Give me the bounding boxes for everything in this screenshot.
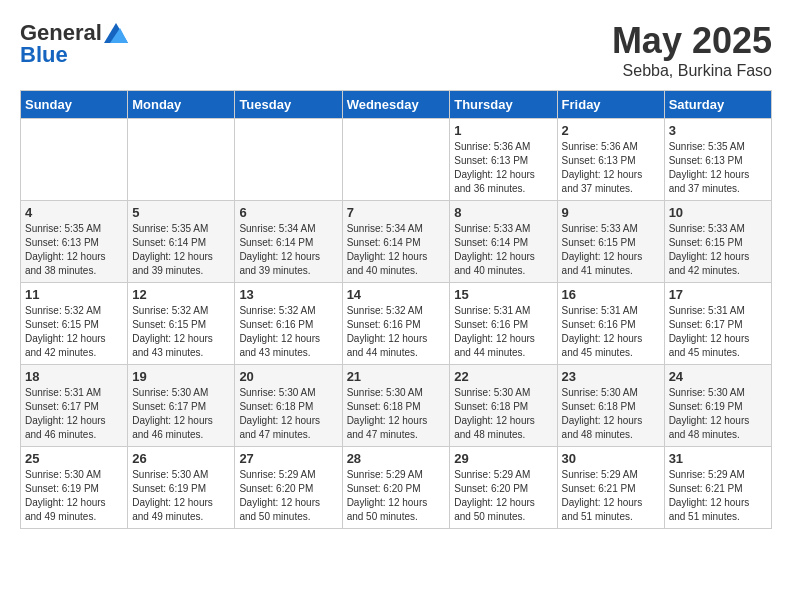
day-number: 10 — [669, 205, 767, 220]
calendar-cell: 3Sunrise: 5:35 AMSunset: 6:13 PMDaylight… — [664, 119, 771, 201]
calendar-header-row: SundayMondayTuesdayWednesdayThursdayFrid… — [21, 91, 772, 119]
day-info: Sunrise: 5:29 AMSunset: 6:21 PMDaylight:… — [669, 468, 767, 524]
calendar-cell: 31Sunrise: 5:29 AMSunset: 6:21 PMDayligh… — [664, 447, 771, 529]
day-info: Sunrise: 5:30 AMSunset: 6:19 PMDaylight:… — [132, 468, 230, 524]
weekday-header-sunday: Sunday — [21, 91, 128, 119]
calendar-cell: 8Sunrise: 5:33 AMSunset: 6:14 PMDaylight… — [450, 201, 557, 283]
calendar-cell: 4Sunrise: 5:35 AMSunset: 6:13 PMDaylight… — [21, 201, 128, 283]
day-number: 15 — [454, 287, 552, 302]
day-number: 14 — [347, 287, 446, 302]
day-info: Sunrise: 5:32 AMSunset: 6:16 PMDaylight:… — [239, 304, 337, 360]
day-number: 22 — [454, 369, 552, 384]
day-number: 21 — [347, 369, 446, 384]
calendar-cell: 16Sunrise: 5:31 AMSunset: 6:16 PMDayligh… — [557, 283, 664, 365]
day-number: 18 — [25, 369, 123, 384]
day-number: 23 — [562, 369, 660, 384]
calendar-week-row: 25Sunrise: 5:30 AMSunset: 6:19 PMDayligh… — [21, 447, 772, 529]
day-number: 26 — [132, 451, 230, 466]
day-number: 4 — [25, 205, 123, 220]
day-info: Sunrise: 5:30 AMSunset: 6:18 PMDaylight:… — [562, 386, 660, 442]
day-info: Sunrise: 5:31 AMSunset: 6:16 PMDaylight:… — [562, 304, 660, 360]
day-number: 25 — [25, 451, 123, 466]
day-info: Sunrise: 5:32 AMSunset: 6:16 PMDaylight:… — [347, 304, 446, 360]
day-info: Sunrise: 5:30 AMSunset: 6:18 PMDaylight:… — [239, 386, 337, 442]
day-info: Sunrise: 5:36 AMSunset: 6:13 PMDaylight:… — [454, 140, 552, 196]
day-info: Sunrise: 5:30 AMSunset: 6:18 PMDaylight:… — [347, 386, 446, 442]
day-number: 12 — [132, 287, 230, 302]
calendar-cell: 10Sunrise: 5:33 AMSunset: 6:15 PMDayligh… — [664, 201, 771, 283]
calendar-cell: 2Sunrise: 5:36 AMSunset: 6:13 PMDaylight… — [557, 119, 664, 201]
day-info: Sunrise: 5:29 AMSunset: 6:20 PMDaylight:… — [239, 468, 337, 524]
day-info: Sunrise: 5:34 AMSunset: 6:14 PMDaylight:… — [347, 222, 446, 278]
calendar-cell: 24Sunrise: 5:30 AMSunset: 6:19 PMDayligh… — [664, 365, 771, 447]
calendar-cell: 5Sunrise: 5:35 AMSunset: 6:14 PMDaylight… — [128, 201, 235, 283]
calendar-cell: 29Sunrise: 5:29 AMSunset: 6:20 PMDayligh… — [450, 447, 557, 529]
calendar-cell: 25Sunrise: 5:30 AMSunset: 6:19 PMDayligh… — [21, 447, 128, 529]
day-info: Sunrise: 5:29 AMSunset: 6:20 PMDaylight:… — [347, 468, 446, 524]
day-number: 17 — [669, 287, 767, 302]
calendar-cell: 23Sunrise: 5:30 AMSunset: 6:18 PMDayligh… — [557, 365, 664, 447]
day-number: 16 — [562, 287, 660, 302]
day-info: Sunrise: 5:31 AMSunset: 6:17 PMDaylight:… — [25, 386, 123, 442]
day-number: 8 — [454, 205, 552, 220]
calendar-week-row: 18Sunrise: 5:31 AMSunset: 6:17 PMDayligh… — [21, 365, 772, 447]
day-number: 31 — [669, 451, 767, 466]
weekday-header-monday: Monday — [128, 91, 235, 119]
title-block: May 2025 Sebba, Burkina Faso — [612, 20, 772, 80]
day-info: Sunrise: 5:34 AMSunset: 6:14 PMDaylight:… — [239, 222, 337, 278]
day-number: 2 — [562, 123, 660, 138]
calendar-cell: 26Sunrise: 5:30 AMSunset: 6:19 PMDayligh… — [128, 447, 235, 529]
calendar-cell: 14Sunrise: 5:32 AMSunset: 6:16 PMDayligh… — [342, 283, 450, 365]
logo-icon — [104, 23, 128, 43]
calendar-table: SundayMondayTuesdayWednesdayThursdayFrid… — [20, 90, 772, 529]
logo-blue-text: Blue — [20, 42, 68, 68]
calendar-cell: 22Sunrise: 5:30 AMSunset: 6:18 PMDayligh… — [450, 365, 557, 447]
day-number: 1 — [454, 123, 552, 138]
day-number: 20 — [239, 369, 337, 384]
day-number: 11 — [25, 287, 123, 302]
calendar-cell: 7Sunrise: 5:34 AMSunset: 6:14 PMDaylight… — [342, 201, 450, 283]
day-number: 9 — [562, 205, 660, 220]
weekday-header-tuesday: Tuesday — [235, 91, 342, 119]
page-title: May 2025 — [612, 20, 772, 62]
day-info: Sunrise: 5:32 AMSunset: 6:15 PMDaylight:… — [25, 304, 123, 360]
day-number: 28 — [347, 451, 446, 466]
day-info: Sunrise: 5:29 AMSunset: 6:20 PMDaylight:… — [454, 468, 552, 524]
day-number: 5 — [132, 205, 230, 220]
calendar-cell: 21Sunrise: 5:30 AMSunset: 6:18 PMDayligh… — [342, 365, 450, 447]
calendar-cell: 19Sunrise: 5:30 AMSunset: 6:17 PMDayligh… — [128, 365, 235, 447]
logo: General Blue — [20, 20, 128, 68]
day-info: Sunrise: 5:36 AMSunset: 6:13 PMDaylight:… — [562, 140, 660, 196]
day-info: Sunrise: 5:31 AMSunset: 6:17 PMDaylight:… — [669, 304, 767, 360]
day-info: Sunrise: 5:30 AMSunset: 6:18 PMDaylight:… — [454, 386, 552, 442]
day-info: Sunrise: 5:32 AMSunset: 6:15 PMDaylight:… — [132, 304, 230, 360]
calendar-cell: 6Sunrise: 5:34 AMSunset: 6:14 PMDaylight… — [235, 201, 342, 283]
day-number: 29 — [454, 451, 552, 466]
day-number: 13 — [239, 287, 337, 302]
day-number: 27 — [239, 451, 337, 466]
day-info: Sunrise: 5:35 AMSunset: 6:14 PMDaylight:… — [132, 222, 230, 278]
day-info: Sunrise: 5:35 AMSunset: 6:13 PMDaylight:… — [669, 140, 767, 196]
weekday-header-thursday: Thursday — [450, 91, 557, 119]
weekday-header-saturday: Saturday — [664, 91, 771, 119]
day-number: 19 — [132, 369, 230, 384]
calendar-week-row: 11Sunrise: 5:32 AMSunset: 6:15 PMDayligh… — [21, 283, 772, 365]
calendar-cell: 13Sunrise: 5:32 AMSunset: 6:16 PMDayligh… — [235, 283, 342, 365]
calendar-cell: 9Sunrise: 5:33 AMSunset: 6:15 PMDaylight… — [557, 201, 664, 283]
day-info: Sunrise: 5:30 AMSunset: 6:19 PMDaylight:… — [669, 386, 767, 442]
calendar-cell — [128, 119, 235, 201]
calendar-cell: 27Sunrise: 5:29 AMSunset: 6:20 PMDayligh… — [235, 447, 342, 529]
weekday-header-friday: Friday — [557, 91, 664, 119]
calendar-cell: 12Sunrise: 5:32 AMSunset: 6:15 PMDayligh… — [128, 283, 235, 365]
calendar-cell — [235, 119, 342, 201]
page-header: General Blue May 2025 Sebba, Burkina Fas… — [20, 20, 772, 80]
day-info: Sunrise: 5:33 AMSunset: 6:15 PMDaylight:… — [669, 222, 767, 278]
day-number: 30 — [562, 451, 660, 466]
calendar-cell: 15Sunrise: 5:31 AMSunset: 6:16 PMDayligh… — [450, 283, 557, 365]
calendar-cell: 18Sunrise: 5:31 AMSunset: 6:17 PMDayligh… — [21, 365, 128, 447]
day-info: Sunrise: 5:33 AMSunset: 6:15 PMDaylight:… — [562, 222, 660, 278]
calendar-cell: 11Sunrise: 5:32 AMSunset: 6:15 PMDayligh… — [21, 283, 128, 365]
calendar-cell — [21, 119, 128, 201]
day-info: Sunrise: 5:31 AMSunset: 6:16 PMDaylight:… — [454, 304, 552, 360]
day-number: 7 — [347, 205, 446, 220]
